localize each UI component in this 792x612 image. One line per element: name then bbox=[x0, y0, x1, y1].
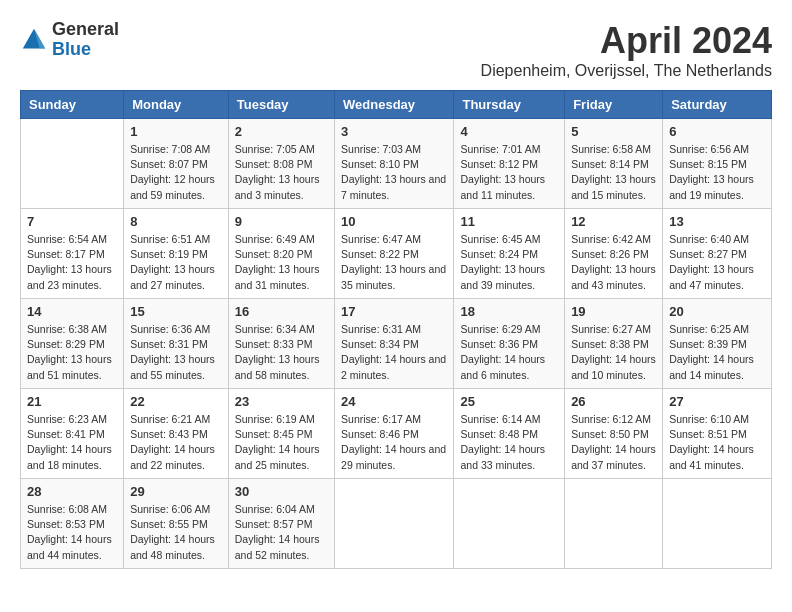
day-cell bbox=[21, 119, 124, 209]
day-info: Sunrise: 6:36 AMSunset: 8:31 PMDaylight:… bbox=[130, 322, 222, 383]
day-info: Sunrise: 6:08 AMSunset: 8:53 PMDaylight:… bbox=[27, 502, 117, 563]
day-cell: 13 Sunrise: 6:40 AMSunset: 8:27 PMDaylig… bbox=[663, 209, 772, 299]
day-cell bbox=[335, 479, 454, 569]
day-info: Sunrise: 7:05 AMSunset: 8:08 PMDaylight:… bbox=[235, 142, 328, 203]
day-cell: 2 Sunrise: 7:05 AMSunset: 8:08 PMDayligh… bbox=[228, 119, 334, 209]
day-cell: 27 Sunrise: 6:10 AMSunset: 8:51 PMDaylig… bbox=[663, 389, 772, 479]
logo-blue: Blue bbox=[52, 39, 91, 59]
day-cell: 8 Sunrise: 6:51 AMSunset: 8:19 PMDayligh… bbox=[124, 209, 229, 299]
day-cell: 28 Sunrise: 6:08 AMSunset: 8:53 PMDaylig… bbox=[21, 479, 124, 569]
day-cell: 19 Sunrise: 6:27 AMSunset: 8:38 PMDaylig… bbox=[565, 299, 663, 389]
day-number: 2 bbox=[235, 124, 328, 139]
day-cell: 24 Sunrise: 6:17 AMSunset: 8:46 PMDaylig… bbox=[335, 389, 454, 479]
day-number: 29 bbox=[130, 484, 222, 499]
day-cell: 11 Sunrise: 6:45 AMSunset: 8:24 PMDaylig… bbox=[454, 209, 565, 299]
day-number: 17 bbox=[341, 304, 447, 319]
week-row-5: 28 Sunrise: 6:08 AMSunset: 8:53 PMDaylig… bbox=[21, 479, 772, 569]
day-cell: 21 Sunrise: 6:23 AMSunset: 8:41 PMDaylig… bbox=[21, 389, 124, 479]
day-cell: 6 Sunrise: 6:56 AMSunset: 8:15 PMDayligh… bbox=[663, 119, 772, 209]
day-info: Sunrise: 6:54 AMSunset: 8:17 PMDaylight:… bbox=[27, 232, 117, 293]
header-day-thursday: Thursday bbox=[454, 91, 565, 119]
week-row-2: 7 Sunrise: 6:54 AMSunset: 8:17 PMDayligh… bbox=[21, 209, 772, 299]
day-cell: 18 Sunrise: 6:29 AMSunset: 8:36 PMDaylig… bbox=[454, 299, 565, 389]
day-info: Sunrise: 7:03 AMSunset: 8:10 PMDaylight:… bbox=[341, 142, 447, 203]
week-row-1: 1 Sunrise: 7:08 AMSunset: 8:07 PMDayligh… bbox=[21, 119, 772, 209]
day-cell: 4 Sunrise: 7:01 AMSunset: 8:12 PMDayligh… bbox=[454, 119, 565, 209]
header-day-friday: Friday bbox=[565, 91, 663, 119]
month-title: April 2024 bbox=[481, 20, 772, 62]
day-info: Sunrise: 6:27 AMSunset: 8:38 PMDaylight:… bbox=[571, 322, 656, 383]
day-cell: 5 Sunrise: 6:58 AMSunset: 8:14 PMDayligh… bbox=[565, 119, 663, 209]
day-number: 15 bbox=[130, 304, 222, 319]
day-number: 16 bbox=[235, 304, 328, 319]
day-cell: 20 Sunrise: 6:25 AMSunset: 8:39 PMDaylig… bbox=[663, 299, 772, 389]
day-info: Sunrise: 6:42 AMSunset: 8:26 PMDaylight:… bbox=[571, 232, 656, 293]
day-number: 10 bbox=[341, 214, 447, 229]
day-info: Sunrise: 6:56 AMSunset: 8:15 PMDaylight:… bbox=[669, 142, 765, 203]
day-number: 6 bbox=[669, 124, 765, 139]
day-number: 20 bbox=[669, 304, 765, 319]
day-cell bbox=[663, 479, 772, 569]
day-number: 18 bbox=[460, 304, 558, 319]
day-cell: 16 Sunrise: 6:34 AMSunset: 8:33 PMDaylig… bbox=[228, 299, 334, 389]
day-number: 24 bbox=[341, 394, 447, 409]
day-number: 21 bbox=[27, 394, 117, 409]
day-number: 7 bbox=[27, 214, 117, 229]
day-number: 28 bbox=[27, 484, 117, 499]
header-day-tuesday: Tuesday bbox=[228, 91, 334, 119]
day-number: 30 bbox=[235, 484, 328, 499]
day-number: 19 bbox=[571, 304, 656, 319]
day-info: Sunrise: 6:31 AMSunset: 8:34 PMDaylight:… bbox=[341, 322, 447, 383]
day-cell: 12 Sunrise: 6:42 AMSunset: 8:26 PMDaylig… bbox=[565, 209, 663, 299]
day-cell bbox=[454, 479, 565, 569]
day-number: 13 bbox=[669, 214, 765, 229]
day-info: Sunrise: 6:29 AMSunset: 8:36 PMDaylight:… bbox=[460, 322, 558, 383]
day-cell: 29 Sunrise: 6:06 AMSunset: 8:55 PMDaylig… bbox=[124, 479, 229, 569]
title-section: April 2024 Diepenheim, Overijssel, The N… bbox=[481, 20, 772, 80]
day-number: 3 bbox=[341, 124, 447, 139]
day-info: Sunrise: 6:45 AMSunset: 8:24 PMDaylight:… bbox=[460, 232, 558, 293]
day-cell bbox=[565, 479, 663, 569]
day-number: 27 bbox=[669, 394, 765, 409]
day-info: Sunrise: 6:34 AMSunset: 8:33 PMDaylight:… bbox=[235, 322, 328, 383]
day-info: Sunrise: 6:17 AMSunset: 8:46 PMDaylight:… bbox=[341, 412, 447, 473]
week-row-4: 21 Sunrise: 6:23 AMSunset: 8:41 PMDaylig… bbox=[21, 389, 772, 479]
day-info: Sunrise: 6:19 AMSunset: 8:45 PMDaylight:… bbox=[235, 412, 328, 473]
day-info: Sunrise: 6:06 AMSunset: 8:55 PMDaylight:… bbox=[130, 502, 222, 563]
day-cell: 25 Sunrise: 6:14 AMSunset: 8:48 PMDaylig… bbox=[454, 389, 565, 479]
calendar-table: SundayMondayTuesdayWednesdayThursdayFrid… bbox=[20, 90, 772, 569]
location: Diepenheim, Overijssel, The Netherlands bbox=[481, 62, 772, 80]
day-info: Sunrise: 6:14 AMSunset: 8:48 PMDaylight:… bbox=[460, 412, 558, 473]
day-info: Sunrise: 6:51 AMSunset: 8:19 PMDaylight:… bbox=[130, 232, 222, 293]
week-row-3: 14 Sunrise: 6:38 AMSunset: 8:29 PMDaylig… bbox=[21, 299, 772, 389]
header-day-wednesday: Wednesday bbox=[335, 91, 454, 119]
header-day-saturday: Saturday bbox=[663, 91, 772, 119]
day-cell: 9 Sunrise: 6:49 AMSunset: 8:20 PMDayligh… bbox=[228, 209, 334, 299]
day-info: Sunrise: 6:23 AMSunset: 8:41 PMDaylight:… bbox=[27, 412, 117, 473]
header-row: SundayMondayTuesdayWednesdayThursdayFrid… bbox=[21, 91, 772, 119]
day-info: Sunrise: 6:40 AMSunset: 8:27 PMDaylight:… bbox=[669, 232, 765, 293]
day-info: Sunrise: 6:38 AMSunset: 8:29 PMDaylight:… bbox=[27, 322, 117, 383]
day-info: Sunrise: 6:10 AMSunset: 8:51 PMDaylight:… bbox=[669, 412, 765, 473]
day-info: Sunrise: 6:12 AMSunset: 8:50 PMDaylight:… bbox=[571, 412, 656, 473]
logo-general: General bbox=[52, 19, 119, 39]
day-info: Sunrise: 7:08 AMSunset: 8:07 PMDaylight:… bbox=[130, 142, 222, 203]
logo-icon bbox=[20, 26, 48, 54]
day-cell: 26 Sunrise: 6:12 AMSunset: 8:50 PMDaylig… bbox=[565, 389, 663, 479]
day-cell: 14 Sunrise: 6:38 AMSunset: 8:29 PMDaylig… bbox=[21, 299, 124, 389]
day-number: 5 bbox=[571, 124, 656, 139]
day-info: Sunrise: 6:58 AMSunset: 8:14 PMDaylight:… bbox=[571, 142, 656, 203]
day-info: Sunrise: 6:49 AMSunset: 8:20 PMDaylight:… bbox=[235, 232, 328, 293]
day-cell: 30 Sunrise: 6:04 AMSunset: 8:57 PMDaylig… bbox=[228, 479, 334, 569]
day-info: Sunrise: 6:21 AMSunset: 8:43 PMDaylight:… bbox=[130, 412, 222, 473]
day-number: 23 bbox=[235, 394, 328, 409]
day-number: 25 bbox=[460, 394, 558, 409]
day-info: Sunrise: 7:01 AMSunset: 8:12 PMDaylight:… bbox=[460, 142, 558, 203]
day-cell: 23 Sunrise: 6:19 AMSunset: 8:45 PMDaylig… bbox=[228, 389, 334, 479]
day-number: 14 bbox=[27, 304, 117, 319]
day-cell: 1 Sunrise: 7:08 AMSunset: 8:07 PMDayligh… bbox=[124, 119, 229, 209]
day-number: 8 bbox=[130, 214, 222, 229]
day-info: Sunrise: 6:25 AMSunset: 8:39 PMDaylight:… bbox=[669, 322, 765, 383]
day-number: 11 bbox=[460, 214, 558, 229]
day-number: 1 bbox=[130, 124, 222, 139]
